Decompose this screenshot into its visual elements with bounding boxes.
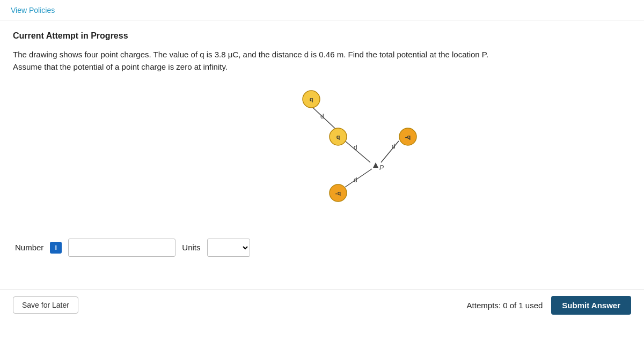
units-label: Units bbox=[182, 243, 200, 252]
d-label-2: d bbox=[354, 144, 357, 151]
charge-q-top-label: q bbox=[310, 96, 313, 102]
view-policies-link[interactable]: View Policies bbox=[11, 6, 55, 14]
bottom-bar: Save for Later Attempts: 0 of 1 used Sub… bbox=[0, 289, 644, 321]
d-label-3: d bbox=[392, 143, 396, 150]
top-bar: View Policies bbox=[0, 0, 644, 20]
problem-line2: Assume that the potential of a point cha… bbox=[13, 62, 228, 71]
svg-line-4 bbox=[345, 169, 372, 187]
main-content: Current Attempt in Progress The drawing … bbox=[0, 20, 644, 284]
svg-line-3 bbox=[381, 141, 399, 162]
svg-line-1 bbox=[311, 106, 337, 130]
number-input[interactable] bbox=[68, 239, 175, 257]
point-p-label: P bbox=[379, 164, 384, 172]
charge-diagram: d d d d P q q -q -q bbox=[207, 83, 437, 222]
units-select[interactable]: V kV MV bbox=[207, 239, 250, 257]
charge-negq-right-label: -q bbox=[405, 133, 411, 140]
d-label-4: d bbox=[354, 176, 357, 184]
charge-negq-bot-label: -q bbox=[335, 190, 341, 196]
right-bottom-area: Attempts: 0 of 1 used Submit Answer bbox=[467, 296, 631, 315]
problem-line1: The drawing shows four point charges. Th… bbox=[13, 50, 488, 59]
section-title: Current Attempt in Progress bbox=[13, 31, 631, 41]
svg-line-2 bbox=[345, 141, 370, 162]
save-for-later-button[interactable]: Save for Later bbox=[13, 296, 78, 314]
attempts-text: Attempts: 0 of 1 used bbox=[467, 301, 543, 310]
info-button[interactable]: i bbox=[50, 242, 62, 254]
problem-text: The drawing shows four point charges. Th… bbox=[13, 48, 603, 73]
diagram-area: d d d d P q q -q -q bbox=[13, 83, 631, 222]
charge-q-mid-label: q bbox=[336, 133, 340, 140]
number-label: Number bbox=[15, 243, 43, 252]
submit-answer-button[interactable]: Submit Answer bbox=[551, 296, 631, 315]
point-p-arrow bbox=[373, 162, 378, 168]
input-row: Number i Units V kV MV bbox=[13, 239, 631, 257]
d-label-1: d bbox=[320, 113, 324, 120]
